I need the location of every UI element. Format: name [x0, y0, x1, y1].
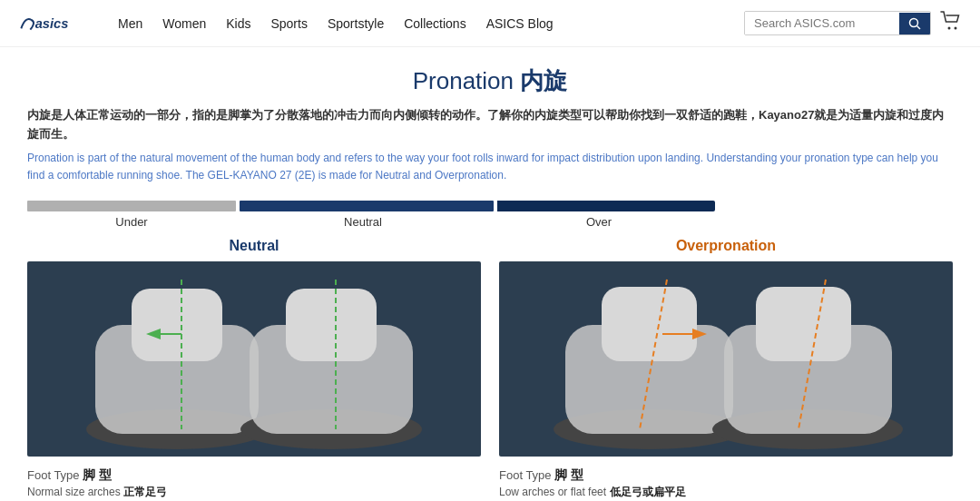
nav-sports[interactable]: Sports	[270, 16, 307, 31]
label-neutral: Neutral	[236, 215, 490, 229]
svg-rect-8	[132, 289, 222, 361]
progress-bars	[27, 201, 953, 211]
nav-kids[interactable]: Kids	[226, 16, 250, 31]
header-right	[744, 11, 962, 35]
bar-over	[497, 201, 715, 211]
logo[interactable]: asics	[18, 10, 91, 37]
nav-blog[interactable]: ASICS Blog	[486, 16, 554, 31]
nav-sportstyle[interactable]: Sportstyle	[328, 16, 384, 31]
intro-english: Pronation is part of the natural movemen…	[27, 150, 953, 184]
neutral-info: Foot Type 脚 型 Normal size arches 正常足弓 Pu…	[27, 467, 481, 501]
svg-text:asics: asics	[35, 16, 69, 31]
neutral-foot-type-label-cn: 脚 型	[83, 467, 112, 482]
main-nav: Men Women Kids Sports Sportstyle Collect…	[118, 16, 744, 31]
search-button[interactable]	[899, 13, 930, 34]
search-input[interactable]	[745, 12, 899, 34]
over-foot-type-cn: 低足弓或扁平足	[610, 486, 686, 498]
overpronation-foot-image	[499, 261, 953, 457]
neutral-foot-type-label: Foot Type	[27, 468, 83, 482]
neutral-foot-type: Foot Type 脚 型 Normal size arches 正常足弓	[27, 467, 481, 500]
pronation-labels: Under Neutral Over	[27, 215, 953, 229]
main-content: Pronation 内旋 内旋是人体正常运动的一部分，指的是脚掌为了分散落地的冲…	[0, 47, 980, 501]
svg-rect-13	[286, 289, 377, 361]
over-foot-type-label-cn: 脚 型	[554, 467, 583, 482]
overpronation-info: Foot Type 脚 型 Low arches or flat feet 低足…	[499, 467, 953, 501]
neutral-foot-svg	[27, 261, 481, 457]
neutral-foot-image	[27, 261, 481, 457]
neutral-foot-type-en: Normal size arches	[27, 486, 121, 498]
svg-point-4	[955, 27, 957, 30]
overpronation-column: Overpronation	[499, 238, 953, 501]
overpronation-foot-svg	[499, 261, 953, 457]
cart-icon[interactable]	[940, 11, 962, 35]
search-icon	[908, 17, 921, 30]
svg-line-2	[917, 25, 921, 29]
svg-rect-23	[756, 287, 851, 361]
label-over: Over	[490, 215, 708, 229]
neutral-title: Neutral	[27, 238, 481, 254]
overpronation-title: Overpronation	[499, 238, 953, 254]
title-cn: 内旋	[520, 67, 567, 94]
bar-under	[27, 201, 236, 211]
title-en: Pronation	[413, 67, 514, 94]
intro-chinese: 内旋是人体正常运动的一部分，指的是脚掌为了分散落地的冲击力而向内侧倾转的动作。了…	[27, 106, 953, 144]
over-foot-type-label: Foot Type	[499, 468, 554, 482]
neutral-column: Neutral	[27, 238, 481, 501]
nav-men[interactable]: Men	[118, 16, 142, 31]
columns: Neutral	[27, 238, 953, 501]
nav-women[interactable]: Women	[162, 16, 206, 31]
over-foot-type-en: Low arches or flat feet	[499, 486, 606, 498]
nav-collections[interactable]: Collections	[404, 16, 466, 31]
neutral-foot-type-cn: 正常足弓	[123, 486, 167, 498]
svg-rect-18	[602, 287, 697, 361]
label-under: Under	[27, 215, 236, 229]
svg-point-1	[910, 18, 918, 26]
page-title: Pronation 内旋	[27, 65, 953, 97]
header: asics Men Women Kids Sports Sportstyle C…	[0, 0, 980, 47]
svg-point-3	[948, 27, 951, 30]
search-wrapper	[744, 11, 931, 35]
over-foot-type: Foot Type 脚 型 Low arches or flat feet 低足…	[499, 467, 953, 500]
bar-neutral	[240, 201, 494, 211]
